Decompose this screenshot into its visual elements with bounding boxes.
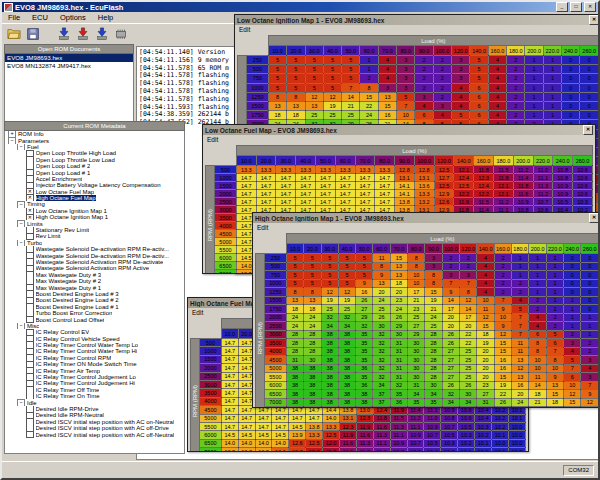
map-cell[interactable]: 5 — [305, 74, 323, 83]
map-cell[interactable]: 14.7 — [315, 182, 335, 190]
menu-item-file[interactable]: File — [2, 13, 26, 22]
map-cell[interactable]: 15 — [564, 398, 581, 407]
map-cell[interactable]: 10.9 — [390, 439, 407, 447]
map-cell[interactable]: 14.7 — [221, 380, 238, 388]
map-cell[interactable]: 30 — [408, 373, 425, 382]
map-cell[interactable]: 14.5 — [272, 431, 289, 439]
map-cell[interactable]: 35 — [356, 330, 373, 339]
map-window-close-icon[interactable]: ✕ — [589, 15, 599, 25]
column-header-cell[interactable]: 120.0 — [452, 46, 470, 56]
map-cell[interactable]: 13 — [286, 296, 303, 305]
map-cell[interactable]: 3 — [442, 271, 459, 280]
map-cell[interactable]: 15 — [494, 373, 511, 382]
map-cell[interactable]: 26 — [442, 330, 459, 339]
map-cell[interactable]: 7 — [512, 322, 529, 331]
map-cell[interactable]: 5 — [304, 271, 321, 280]
map-cell[interactable]: 19 — [425, 296, 442, 305]
map-cell[interactable]: 31 — [286, 356, 303, 365]
map-cell[interactable]: 0 — [581, 271, 599, 280]
map-cell[interactable]: 7 — [342, 83, 360, 92]
map-cell[interactable]: 35 — [425, 407, 442, 409]
map-cell[interactable]: 14.7 — [375, 198, 395, 206]
map-cell[interactable]: 2 — [529, 305, 546, 314]
map-cell[interactable]: 10 — [546, 364, 563, 373]
map-cell[interactable]: 23 — [477, 381, 494, 390]
map-cell[interactable]: 0 — [562, 92, 580, 101]
map-cell[interactable]: 1 — [525, 56, 543, 65]
map-cell[interactable]: 32 — [373, 356, 390, 365]
map-cell[interactable]: 36 — [390, 398, 407, 407]
column-header-cell[interactable]: 160.0 — [494, 244, 511, 254]
map-cell[interactable]: 5 — [397, 92, 415, 101]
map-cell[interactable]: 38 — [338, 330, 355, 339]
map-cell[interactable]: 4 — [477, 288, 494, 297]
map-cell[interactable]: 2 — [415, 56, 433, 65]
map-cell[interactable]: 1 — [529, 288, 546, 297]
map-cell[interactable]: 14.0 — [221, 439, 238, 447]
map-cell[interactable]: 32 — [373, 347, 390, 356]
map-cell[interactable]: 5 — [268, 65, 286, 74]
map-cell[interactable]: 2 — [507, 111, 525, 120]
map-edit-menu[interactable]: Edit — [253, 223, 600, 232]
map-cell[interactable]: 21 — [529, 398, 546, 407]
map-cell[interactable]: 10.2 — [492, 422, 509, 430]
column-header-cell[interactable]: 70.0 — [390, 244, 407, 254]
map-cell[interactable]: 20 — [442, 322, 459, 331]
map-cell[interactable]: 13 — [390, 271, 407, 280]
map-cell[interactable]: 35 — [356, 339, 373, 348]
map-cell[interactable]: 5 — [323, 65, 341, 74]
map-cell[interactable]: 12 — [460, 296, 477, 305]
map-cell[interactable]: 11.0 — [424, 414, 441, 422]
column-header-cell[interactable]: 100.0 — [442, 244, 459, 254]
map-cell[interactable]: 4 — [452, 83, 470, 92]
row-header-cell[interactable]: 3000 — [264, 330, 286, 339]
map-cell[interactable]: 13.9 — [289, 431, 306, 439]
map-cell[interactable]: 14.7 — [221, 397, 238, 405]
map-cell[interactable]: 15 — [494, 347, 511, 356]
row-header-cell[interactable]: 2500 — [199, 372, 221, 380]
map-cell[interactable]: 1 — [525, 74, 543, 83]
map-cell[interactable]: 38 — [338, 390, 355, 399]
map-cell[interactable]: 3 — [460, 271, 477, 280]
map-cell[interactable]: 5 — [512, 305, 529, 314]
map-cell[interactable]: 38 — [321, 330, 338, 339]
map-cell[interactable]: 19 — [494, 381, 511, 390]
map-cell[interactable]: 38 — [338, 356, 355, 365]
column-header-cell[interactable]: 180.0 — [512, 244, 529, 254]
row-header-cell[interactable]: 5000 — [199, 414, 221, 422]
map-cell[interactable]: 16 — [378, 111, 396, 120]
map-cell[interactable]: 10.3 — [573, 198, 593, 206]
map-cell[interactable]: 2 — [507, 92, 525, 101]
map-cell[interactable]: 1 — [525, 92, 543, 101]
map-cell[interactable]: 38 — [321, 339, 338, 348]
column-header-cell[interactable]: 240.0 — [553, 156, 573, 166]
map-cell[interactable]: 8 — [546, 356, 563, 365]
map-cell[interactable]: 25 — [408, 313, 425, 322]
row-header-cell[interactable]: 250 — [246, 56, 268, 65]
column-header-cell[interactable]: 220.0 — [533, 156, 553, 166]
connect-ecu-icon[interactable] — [113, 26, 128, 41]
checkbox[interactable] — [26, 393, 34, 399]
map-cell[interactable]: 20 — [477, 347, 494, 356]
map-cell[interactable]: 0 — [581, 305, 599, 314]
map-cell[interactable]: 31 — [408, 381, 425, 390]
row-header-cell[interactable]: 1000 — [199, 347, 221, 355]
column-header-cell[interactable]: 160.0 — [474, 156, 494, 166]
map-cell[interactable]: 12.1 — [454, 166, 474, 174]
map-cell[interactable]: 0 — [564, 271, 581, 280]
map-cell[interactable]: 0 — [562, 74, 580, 83]
map-cell[interactable]: 12 — [305, 92, 323, 101]
map-cell[interactable]: 18 — [529, 390, 546, 399]
map-cell[interactable]: 11.8 — [373, 414, 390, 422]
map-cell[interactable]: 30 — [304, 356, 321, 365]
map-cell[interactable]: 14.0 — [255, 439, 272, 447]
column-header-cell[interactable]: 140.0 — [454, 156, 474, 166]
map-cell[interactable]: 27 — [442, 347, 459, 356]
map-cell[interactable]: 22 — [494, 390, 511, 399]
map-cell[interactable]: 38 — [286, 407, 303, 409]
map-cell[interactable]: 5 — [286, 262, 303, 271]
map-cell[interactable]: 3 — [433, 101, 451, 110]
map-cell[interactable]: 9 — [373, 271, 390, 280]
map-cell[interactable]: 5 — [287, 74, 305, 83]
row-header-cell[interactable]: 2500 — [214, 198, 236, 206]
